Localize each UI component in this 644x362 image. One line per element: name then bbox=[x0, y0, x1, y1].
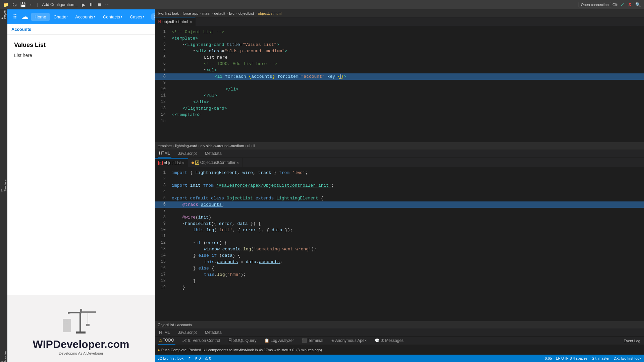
footer-tab-log[interactable]: 📋 Log Analyzer bbox=[263, 337, 295, 345]
file-tab-objectlist-label: objectList bbox=[164, 161, 181, 165]
footer-tab-todo[interactable]: ⚠ TODO bbox=[158, 337, 175, 345]
open-folder-icon[interactable]: 📁 bbox=[2, 1, 10, 8]
code-breadcrumb: template › lightning-card › div.slds-p-a… bbox=[155, 142, 644, 149]
file-tab-objectlist[interactable]: H objectList × bbox=[155, 158, 188, 167]
breadcrumb-default[interactable]: default bbox=[213, 11, 226, 16]
push-status-bar: ● Push Complete: Pushed 1/1 components t… bbox=[155, 345, 644, 355]
js-line-6: 6 bbox=[155, 201, 168, 208]
breadcrumb-force-app[interactable]: force-app bbox=[181, 11, 200, 16]
open-connection-label: Open connection bbox=[581, 3, 609, 7]
js-line-code-7 bbox=[168, 208, 644, 214]
stop-icon[interactable]: ⏹ bbox=[96, 1, 103, 8]
html-line-5: List here bbox=[168, 54, 644, 61]
html-code-lines[interactable]: <!-- Object List --> <template> ▾ <light… bbox=[168, 26, 644, 142]
structure-panel-btn[interactable]: 2: Structure bbox=[0, 182, 7, 189]
svg-rect-10 bbox=[64, 320, 65, 322]
back-icon[interactable]: ← bbox=[28, 1, 35, 8]
js-line-15: 15 bbox=[155, 259, 168, 265]
html-line-13: </lightning-card> bbox=[168, 105, 644, 112]
breadcrumb-bar: lwc-first-look › force-app › main › defa… bbox=[155, 9, 644, 17]
folder-icon[interactable]: 🗂 bbox=[11, 1, 18, 8]
js-line-code-12: ▾ if ( error ) { bbox=[168, 240, 644, 246]
sf-apps-button[interactable]: ⠿ bbox=[11, 12, 18, 22]
sf-nav: Home Chatter Accounts ▾ Contacts ▾ Cases… bbox=[31, 13, 148, 21]
file-tab-close-2[interactable]: × bbox=[237, 161, 239, 165]
run-icon[interactable]: ▶ bbox=[81, 1, 87, 8]
line-14: 14 bbox=[155, 112, 168, 118]
status-sync[interactable]: ↺ bbox=[187, 356, 191, 361]
nav-cases[interactable]: Cases ▾ bbox=[126, 13, 148, 21]
line-11: 11 bbox=[155, 93, 168, 99]
status-warnings[interactable]: ⚠ 0 bbox=[205, 356, 211, 361]
git-label: Git: bbox=[612, 3, 618, 7]
html-editor-tab-bar: H objectList.html × bbox=[155, 17, 644, 26]
footer-tab-terminal[interactable]: ⬛ Terminal bbox=[301, 337, 324, 345]
brand-sub: Developing As A Developer bbox=[59, 351, 103, 355]
tab-javascript[interactable]: JavaScript bbox=[177, 149, 198, 158]
add-configuration-button[interactable]: Add Configuration _ bbox=[40, 2, 79, 8]
debug-icon[interactable]: ⏸ bbox=[88, 1, 95, 8]
line-5: 5 bbox=[155, 54, 168, 61]
status-right: 6:65 LF UTF-8 4 spaces Git: master DX: l… bbox=[545, 356, 641, 360]
add-config-label: Add Configuration _ bbox=[42, 2, 77, 7]
breadcrumb-main[interactable]: main bbox=[201, 11, 212, 16]
nav-home[interactable]: Home bbox=[31, 13, 50, 21]
tab-metadata-2[interactable]: Metadata bbox=[204, 328, 223, 337]
file-tab-controller[interactable]: J ObjectListController × bbox=[188, 158, 243, 167]
js-line-code-4 bbox=[168, 189, 644, 195]
tab-html[interactable]: HTML bbox=[158, 149, 171, 158]
html-line-7: ▾ <ul> bbox=[168, 67, 644, 73]
svg-rect-0 bbox=[79, 312, 81, 332]
js-line-code-11 bbox=[168, 233, 644, 240]
status-errors[interactable]: ✗ 0 bbox=[195, 356, 201, 361]
footer-tab-apex[interactable]: ◈ Anonymous Apex bbox=[330, 337, 368, 345]
js-line-11: 11 bbox=[155, 233, 168, 240]
breadcrumb-lwc2[interactable]: lwc bbox=[228, 11, 236, 16]
html-editor-section: H objectList.html × 1 2 3 4 5 6 7 bbox=[155, 17, 644, 158]
tab-close-btn[interactable]: × bbox=[190, 20, 192, 24]
status-branch[interactable]: ⎇ lwc-first-look bbox=[158, 356, 183, 361]
js-line-13: 13 bbox=[155, 246, 168, 252]
footer-panel-tabs: ⚠ TODO ⎇ 9: Version Control 🗄 SOQL Query… bbox=[155, 337, 644, 345]
footer-tab-messages[interactable]: 💬 0: Messages bbox=[373, 337, 405, 345]
editor-area: lwc-first-look › force-app › main › defa… bbox=[155, 9, 644, 362]
breadcrumb-lwc[interactable]: lwc-first-look bbox=[157, 11, 180, 16]
favorites-panel-btn[interactable]: 3: Favorites bbox=[0, 353, 7, 361]
open-connection-button[interactable]: Open connection bbox=[579, 2, 611, 7]
modified-dot bbox=[192, 162, 194, 164]
project-panel-btn[interactable]: 1: Project bbox=[0, 11, 7, 18]
breadcrumb-objectlist[interactable]: objectList bbox=[237, 11, 255, 16]
nav-accounts[interactable]: Accounts ▾ bbox=[72, 13, 99, 21]
line-4: 4 bbox=[155, 48, 168, 54]
values-list-title: Values List bbox=[14, 42, 148, 49]
tab-html-2[interactable]: HTML bbox=[158, 328, 171, 337]
search-icon[interactable]: 🔍 bbox=[634, 1, 642, 8]
nav-chatter[interactable]: Chatter bbox=[50, 13, 71, 21]
js-bottom-breadcrumb: ObjectList › accounts bbox=[155, 321, 644, 328]
tab-javascript-2[interactable]: JavaScript bbox=[177, 328, 198, 337]
js-cb-objectlist: ObjectList bbox=[158, 323, 174, 327]
nav-contacts[interactable]: Contacts ▾ bbox=[100, 13, 126, 21]
footer-tab-soql[interactable]: 🗄 SOQL Query bbox=[227, 337, 258, 345]
top-bar-right: Open connection Git: ✓ ✗ 🔍 bbox=[579, 1, 642, 8]
js-line-18: 18 bbox=[155, 278, 168, 284]
tab-objectlist-html[interactable]: H objectList.html × bbox=[155, 17, 196, 26]
js-line-14: 14 bbox=[155, 252, 168, 259]
event-log-btn[interactable]: Event Log bbox=[623, 338, 641, 344]
line-6: 6 bbox=[155, 61, 168, 67]
save-icon[interactable]: 💾 bbox=[19, 1, 27, 8]
git-x-icon[interactable]: ✗ bbox=[627, 1, 633, 8]
file-tab-close-1[interactable]: × bbox=[182, 161, 184, 165]
js-code-lines[interactable]: import { LightningElement , wire , track… bbox=[168, 167, 644, 321]
status-git-master: Git: master bbox=[592, 356, 610, 360]
js-editor-subtabs: HTML JavaScript Metadata bbox=[155, 328, 644, 337]
breadcrumb-file[interactable]: objectList.html bbox=[257, 11, 283, 16]
svg-rect-13 bbox=[66, 323, 68, 324]
footer-tab-version[interactable]: ⎇ 9: Version Control bbox=[181, 337, 221, 345]
html-line-numbers: 1 2 3 4 5 6 7 8 9 10 11 12 13 14 bbox=[155, 26, 168, 142]
html-line-6: <!-- TODO: Add list here --> bbox=[168, 61, 644, 67]
git-check-icon[interactable]: ✓ bbox=[620, 1, 626, 8]
js-line-16: 16 bbox=[155, 265, 168, 272]
svg-rect-11 bbox=[66, 320, 68, 322]
tab-metadata[interactable]: Metadata bbox=[204, 149, 223, 158]
